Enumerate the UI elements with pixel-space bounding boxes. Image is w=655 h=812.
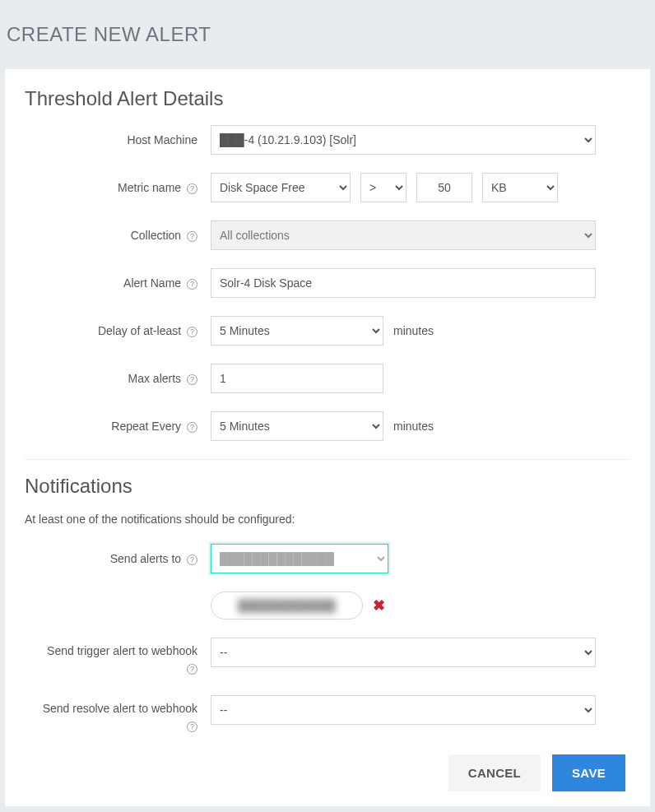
host-machine-select[interactable]: ███-4 (10.21.9.103) [Solr] (211, 125, 596, 155)
field-resolve-webhook: -- (211, 695, 630, 725)
field-collection: All collections (211, 220, 630, 250)
row-host-machine: Host Machine ███-4 (10.21.9.103) [Solr] (25, 125, 630, 155)
label-repeat: Repeat Every ? (25, 420, 211, 433)
help-icon[interactable]: ? (187, 183, 197, 194)
recipient-chip: ████████████ (211, 592, 363, 619)
row-alert-name: Alert Name ? (25, 268, 630, 298)
divider (25, 459, 630, 460)
send-to-select[interactable]: ██████████████ (211, 544, 388, 573)
field-host-machine: ███-4 (10.21.9.103) [Solr] (211, 125, 630, 155)
notifications-section-title: Notifications (25, 475, 630, 498)
row-repeat: Repeat Every ? 5 Minutes minutes (25, 411, 630, 441)
label-collection: Collection ? (25, 229, 211, 242)
unit-select[interactable]: KB (482, 173, 558, 202)
footer-actions: CANCEL SAVE (25, 754, 630, 791)
help-icon[interactable]: ? (187, 722, 197, 732)
row-collection: Collection ? All collections (25, 220, 630, 250)
field-metric-name: Disk Space Free > KB (211, 173, 630, 202)
label-resolve-webhook: Send resolve alert to webhook ? (25, 695, 211, 735)
row-max-alerts: Max alerts ? (25, 364, 630, 393)
row-send-to: Send alerts to ? ██████████████ (25, 544, 630, 573)
row-trigger-webhook: Send trigger alert to webhook ? -- (25, 638, 630, 677)
row-delay: Delay of at-least ? 5 Minutes minutes (25, 316, 630, 346)
label-delay: Delay of at-least ? (25, 324, 211, 337)
label-alert-name: Alert Name ? (25, 276, 211, 290)
form-card: Threshold Alert Details Host Machine ███… (5, 69, 650, 806)
remove-recipient-icon[interactable]: ✖ (373, 596, 385, 615)
resolve-webhook-select[interactable]: -- (211, 695, 596, 725)
field-alert-name (211, 268, 630, 298)
threshold-input[interactable] (416, 173, 472, 202)
label-max-alerts: Max alerts ? (25, 372, 211, 385)
help-icon[interactable]: ? (187, 279, 197, 290)
delay-select[interactable]: 5 Minutes (211, 316, 383, 346)
row-metric-name: Metric name ? Disk Space Free > KB (25, 173, 630, 202)
label-trigger-webhook: Send trigger alert to webhook ? (25, 638, 211, 677)
cancel-button[interactable]: CANCEL (448, 754, 541, 791)
help-icon[interactable]: ? (187, 327, 197, 337)
help-icon[interactable]: ? (187, 231, 197, 242)
repeat-select[interactable]: 5 Minutes (211, 411, 383, 441)
field-repeat: 5 Minutes minutes (211, 411, 630, 441)
metric-select[interactable]: Disk Space Free (211, 173, 351, 202)
label-send-to: Send alerts to ? (25, 552, 211, 565)
collection-select[interactable]: All collections (211, 220, 596, 250)
field-send-to: ██████████████ (211, 544, 630, 573)
help-icon[interactable]: ? (187, 374, 197, 385)
label-metric-name: Metric name ? (25, 181, 211, 194)
alert-name-input[interactable] (211, 268, 596, 298)
field-recipient-chip: ████████████ ✖ (211, 592, 630, 619)
field-delay: 5 Minutes minutes (211, 316, 630, 346)
field-trigger-webhook: -- (211, 638, 630, 667)
operator-select[interactable]: > (360, 173, 406, 202)
help-icon[interactable]: ? (187, 554, 197, 565)
page-title: CREATE NEW ALERT (7, 23, 648, 46)
row-recipient-chip: ████████████ ✖ (25, 592, 630, 619)
help-icon[interactable]: ? (187, 664, 197, 675)
help-icon[interactable]: ? (187, 422, 197, 433)
notifications-subtitle: At least one of the notifications should… (25, 513, 630, 526)
delay-suffix: minutes (393, 324, 434, 337)
page-header: CREATE NEW ALERT (0, 0, 655, 69)
repeat-suffix: minutes (393, 420, 434, 433)
label-host-machine: Host Machine (25, 133, 211, 146)
trigger-webhook-select[interactable]: -- (211, 638, 596, 667)
field-max-alerts (211, 364, 630, 393)
max-alerts-input[interactable] (211, 364, 383, 393)
row-resolve-webhook: Send resolve alert to webhook ? -- (25, 695, 630, 735)
details-section-title: Threshold Alert Details (25, 87, 630, 110)
save-button[interactable]: SAVE (552, 754, 625, 791)
